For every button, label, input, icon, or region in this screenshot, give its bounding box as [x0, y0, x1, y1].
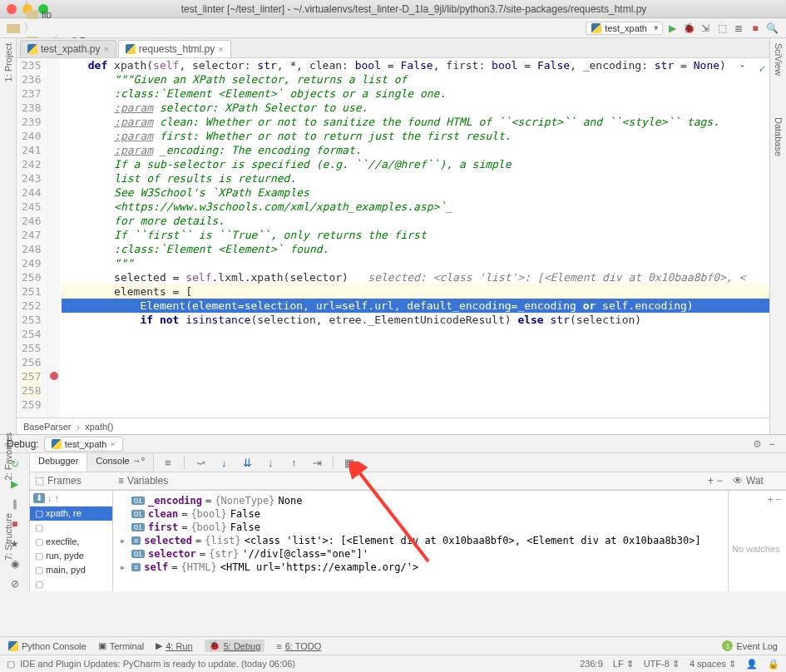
- caret-position[interactable]: 236:9: [580, 659, 603, 669]
- evaluate-expression-icon[interactable]: ▦: [342, 456, 357, 469]
- inspection-icon[interactable]: 👤: [746, 659, 758, 670]
- minimize-icon[interactable]: −: [764, 437, 779, 452]
- frame-item[interactable]: ▢ execfile,: [30, 535, 112, 549]
- database-tool[interactable]: Database: [774, 117, 784, 156]
- python-console-button[interactable]: Python Console: [8, 641, 87, 651]
- line-numbers: 2352362372382392402412422432442452462472…: [17, 58, 48, 418]
- show-exec-icon[interactable]: ≡: [161, 456, 175, 469]
- python-icon: [52, 439, 62, 449]
- attach-button[interactable]: ⇲: [698, 21, 713, 36]
- event-log-button[interactable]: 1 Event Log: [722, 640, 778, 651]
- run-button[interactable]: ▶: [665, 21, 680, 36]
- mute-breakpoints-button[interactable]: ⊘: [7, 576, 22, 591]
- right-tool-stripe: SciView Database: [769, 38, 786, 434]
- code-content[interactable]: def xpath(self, selector: str, *, clean:…: [60, 58, 769, 418]
- editor[interactable]: ✓ 23523623723823924024124224324424524624…: [17, 58, 769, 418]
- debug-session-tab[interactable]: test_xpath ×: [44, 437, 123, 452]
- python-icon: [8, 641, 18, 651]
- favorites-tool[interactable]: 2: Favorites: [3, 432, 13, 480]
- tool-windows-icon[interactable]: ▢: [7, 659, 15, 670]
- run-tool-button[interactable]: ▶ 4: Run: [156, 640, 192, 651]
- step-into-icon[interactable]: ↓: [216, 456, 231, 469]
- python-icon: [591, 23, 601, 33]
- status-message: IDE and Plugin Updates: PyCharm is ready…: [20, 659, 295, 669]
- close-tab-icon[interactable]: ×: [103, 44, 108, 54]
- variable-row[interactable]: 01 _encoding = {NoneType} None: [113, 494, 728, 507]
- watches-label: Wat: [746, 475, 764, 487]
- variable-row[interactable]: ▸≡ selected = {list} <class 'list'>: [<E…: [113, 534, 728, 547]
- crumb-method[interactable]: xpath(): [85, 422, 113, 432]
- status-bar: ▢ IDE and Plugin Updates: PyCharm is rea…: [0, 655, 786, 672]
- close-icon[interactable]: [7, 4, 17, 14]
- project-tool[interactable]: 1: Project: [3, 43, 13, 82]
- frames-panel[interactable]: ⬍ ↓↑ ▢ xpath, re▢ ▢ execfile,▢ run, pyde…: [30, 491, 113, 591]
- frame-item[interactable]: ▢ xpath, re: [30, 506, 112, 521]
- search-button[interactable]: 🔍: [764, 21, 779, 36]
- vars-label: Variables: [127, 475, 168, 487]
- close-tab-icon[interactable]: ×: [218, 44, 223, 54]
- lock-icon[interactable]: 🔒: [768, 659, 779, 670]
- variables-panel[interactable]: 01 _encoding = {NoneType} None01 clean =…: [113, 491, 728, 591]
- nav-bar: .virtualenvs〉test_linter-D_1Ia_9j〉lib〉py…: [0, 18, 786, 38]
- structure-tool[interactable]: 7: Structure: [3, 513, 13, 561]
- python-icon: [27, 44, 37, 54]
- variable-row[interactable]: 01 selector = {str} '//div[@class="one"]…: [113, 547, 728, 561]
- stop-button[interactable]: ■: [748, 21, 763, 36]
- console-subtab[interactable]: Console →°: [87, 453, 154, 472]
- run-to-cursor-icon[interactable]: ⇥: [309, 456, 324, 469]
- crumb-class[interactable]: BaseParser: [23, 422, 71, 432]
- crumb-item[interactable]: lib: [23, 9, 131, 21]
- variable-row[interactable]: ▸≡ self = {HTML} <HTML url='https://exam…: [113, 561, 728, 574]
- left-tool-stripe: 1: Project: [0, 38, 17, 434]
- coverage-button[interactable]: ⬚: [714, 21, 729, 36]
- editor-tabs: test_xpath.py× requests_html.py×: [17, 38, 769, 58]
- breakpoint-icon[interactable]: [50, 372, 58, 380]
- indent[interactable]: 4 spaces ⇕: [690, 659, 736, 670]
- inspection-ok-icon[interactable]: ✓: [759, 62, 766, 76]
- frame-item[interactable]: ▢: [30, 521, 112, 535]
- file-encoding[interactable]: UTF-8 ⇕: [644, 659, 680, 670]
- debug-tool-button[interactable]: 🐞 5: Debug: [205, 640, 265, 652]
- window-title: test_linter [~/test_linter] - ~/.virtual…: [48, 3, 779, 15]
- folder-icon: [27, 10, 38, 19]
- variable-row[interactable]: 01 first = {bool} False: [113, 521, 728, 534]
- step-over-icon[interactable]: ⤻: [193, 456, 208, 469]
- debugger-subtab[interactable]: Debugger: [30, 453, 87, 472]
- bottom-toolbar: Python Console ▣ Terminal ▶ 4: Run 🐞 5: …: [0, 636, 786, 655]
- run-config-select[interactable]: test_xpath ▾: [586, 22, 663, 35]
- terminal-button[interactable]: ▣ Terminal: [98, 640, 145, 651]
- profile-button[interactable]: ≣: [731, 21, 746, 36]
- python-icon: [126, 44, 136, 54]
- settings-icon[interactable]: ⚙: [749, 437, 764, 452]
- watches-panel[interactable]: + − No watches: [728, 491, 786, 591]
- force-step-into-icon[interactable]: ⇊: [240, 456, 255, 469]
- tab-label: test_xpath.py: [41, 43, 100, 55]
- debug-panel: Debug: test_xpath × ⚙ − ↻ ▶ ∥ ■ ★ ◉ ⊘ De…: [0, 434, 786, 636]
- sciview-tool[interactable]: SciView: [774, 43, 784, 76]
- todo-button[interactable]: ≡ 6: TODO: [276, 641, 321, 651]
- no-watches-text: No watches: [732, 544, 783, 554]
- frame-item[interactable]: ▢: [30, 577, 112, 591]
- tab-requests-html[interactable]: requests_html.py×: [118, 40, 231, 57]
- step-into-my-code-icon[interactable]: ↓: [263, 456, 278, 469]
- project-icon[interactable]: [7, 22, 20, 34]
- frame-item[interactable]: ▢ main, pyd: [30, 563, 112, 577]
- tab-test-xpath[interactable]: test_xpath.py×: [20, 40, 116, 57]
- run-config-label: test_xpath: [605, 23, 647, 33]
- line-sep[interactable]: LF ⇕: [613, 659, 634, 670]
- frame-item[interactable]: ▢ run, pyde: [30, 549, 112, 563]
- code-breadcrumb[interactable]: BaseParser› xpath(): [17, 418, 769, 434]
- frames-label: Frames: [47, 475, 82, 487]
- variable-row[interactable]: 01 clean = {bool} False: [113, 507, 728, 521]
- debug-button[interactable]: 🐞: [681, 21, 696, 36]
- debug-tab-label: test_xpath: [65, 439, 107, 449]
- gutter-marks: [48, 58, 60, 418]
- tab-label: requests_html.py: [139, 43, 215, 55]
- step-out-icon[interactable]: ↑: [286, 456, 301, 469]
